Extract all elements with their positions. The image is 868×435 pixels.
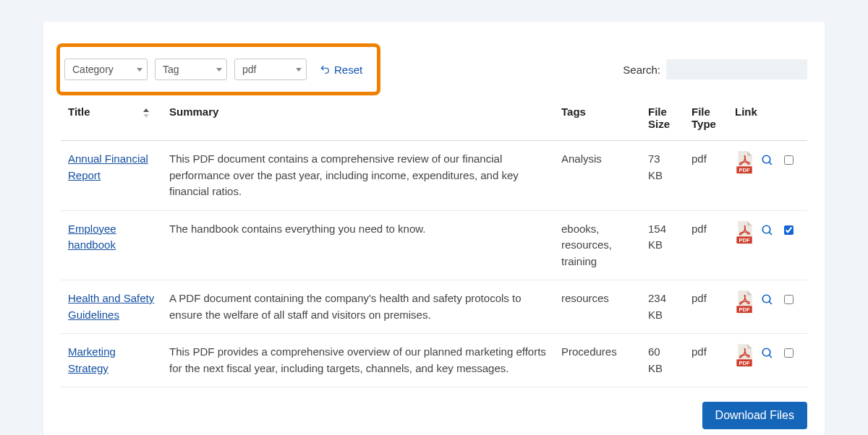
reset-button[interactable]: Reset: [320, 64, 362, 76]
document-size: 73 KB: [641, 141, 684, 211]
table-row: Marketing StrategyThis PDF provides a co…: [61, 334, 807, 387]
filters-highlight: Category Tag pdf Reset: [56, 43, 380, 95]
chevron-down-icon: [296, 68, 302, 72]
document-listing-panel: Category Tag pdf Reset Search:: [43, 22, 825, 435]
document-title-link[interactable]: Health and Safety Guidelines: [68, 292, 154, 321]
document-summary: This PDF document contains a comprehensi…: [162, 141, 554, 211]
svg-text:PDF: PDF: [739, 167, 750, 173]
pdf-file-icon: PDF: [735, 290, 754, 314]
chevron-down-icon: [137, 68, 142, 72]
search-label: Search:: [623, 64, 660, 76]
filetype-select[interactable]: pdf: [234, 59, 307, 80]
link-cell: PDF: [735, 344, 800, 367]
link-cell: PDF: [735, 151, 800, 174]
svg-line-15: [769, 355, 772, 358]
sort-desc-icon: [143, 114, 149, 118]
svg-text:PDF: PDF: [739, 236, 750, 243]
download-files-button[interactable]: Download Files: [702, 402, 807, 429]
documents-table: Title Summary Tags File Size File Type L…: [61, 98, 807, 387]
table-row: Health and Safety GuidelinesA PDF docume…: [61, 280, 807, 334]
document-type: pdf: [684, 280, 728, 334]
pdf-file-icon: PDF: [735, 344, 754, 367]
search-wrap: Search:: [623, 59, 807, 79]
pdf-file-icon: PDF: [735, 221, 754, 244]
table-footer: Download Files: [61, 402, 807, 429]
column-header-title-label: Title: [68, 105, 90, 118]
document-summary: A PDF document containing the company's …: [162, 280, 554, 334]
column-header-size[interactable]: File Size: [641, 98, 684, 141]
category-select[interactable]: Category: [64, 59, 148, 80]
svg-text:PDF: PDF: [739, 306, 750, 313]
column-header-tags[interactable]: Tags: [554, 98, 641, 141]
document-summary: This PDF provides a comprehensive overvi…: [162, 334, 554, 387]
document-title-link[interactable]: Marketing Strategy: [68, 345, 116, 374]
document-type: pdf: [684, 210, 728, 280]
pdf-file-icon: PDF: [735, 151, 754, 174]
document-summary: The handbook contains everything you nee…: [162, 210, 554, 280]
column-header-title[interactable]: Title: [61, 98, 162, 141]
row-select-checkbox[interactable]: [784, 348, 793, 358]
filetype-select-value: pdf: [242, 64, 256, 75]
svg-line-11: [769, 301, 772, 304]
preview-icon[interactable]: [761, 293, 774, 306]
svg-line-7: [769, 232, 772, 235]
document-title-link[interactable]: Annual Financial Report: [68, 152, 148, 181]
row-select-checkbox[interactable]: [784, 295, 793, 304]
column-header-type[interactable]: File Type: [684, 98, 728, 141]
sort-asc-icon: [143, 108, 149, 112]
column-header-link[interactable]: Link: [728, 98, 807, 141]
reset-label: Reset: [334, 64, 362, 76]
toolbar: Category Tag pdf Reset Search:: [61, 43, 807, 95]
tag-select[interactable]: Tag: [155, 59, 227, 80]
preview-icon[interactable]: [761, 154, 774, 167]
link-cell: PDF: [735, 221, 800, 244]
tag-select-value: Tag: [163, 64, 179, 75]
chevron-down-icon: [216, 68, 222, 72]
search-input[interactable]: [666, 59, 807, 79]
category-select-value: Category: [72, 64, 114, 75]
preview-icon[interactable]: [761, 347, 774, 360]
svg-text:PDF: PDF: [739, 360, 750, 366]
document-type: pdf: [684, 141, 728, 211]
row-select-checkbox[interactable]: [784, 155, 793, 165]
svg-point-14: [762, 348, 770, 356]
preview-icon[interactable]: [761, 224, 774, 237]
sort-indicator: [143, 108, 149, 118]
row-select-checkbox[interactable]: [784, 225, 793, 235]
table-row: Annual Financial ReportThis PDF document…: [61, 141, 807, 211]
document-type: pdf: [684, 334, 728, 387]
document-size: 154 KB: [641, 210, 684, 280]
document-title-link[interactable]: Employee handbook: [68, 223, 116, 251]
document-size: 234 KB: [641, 280, 684, 334]
document-tags: Analysis: [554, 141, 641, 211]
link-cell: PDF: [735, 290, 800, 314]
document-tags: ebooks, resources, training: [554, 210, 641, 280]
svg-point-10: [762, 295, 770, 303]
undo-icon: [320, 64, 330, 74]
document-tags: Procedures: [554, 334, 641, 387]
column-header-summary[interactable]: Summary: [162, 98, 554, 141]
table-row: Employee handbookThe handbook contains e…: [61, 210, 807, 280]
svg-point-2: [762, 155, 770, 163]
document-size: 60 KB: [641, 334, 684, 387]
svg-line-3: [769, 162, 772, 165]
svg-point-6: [762, 225, 770, 233]
document-tags: resources: [554, 280, 641, 334]
